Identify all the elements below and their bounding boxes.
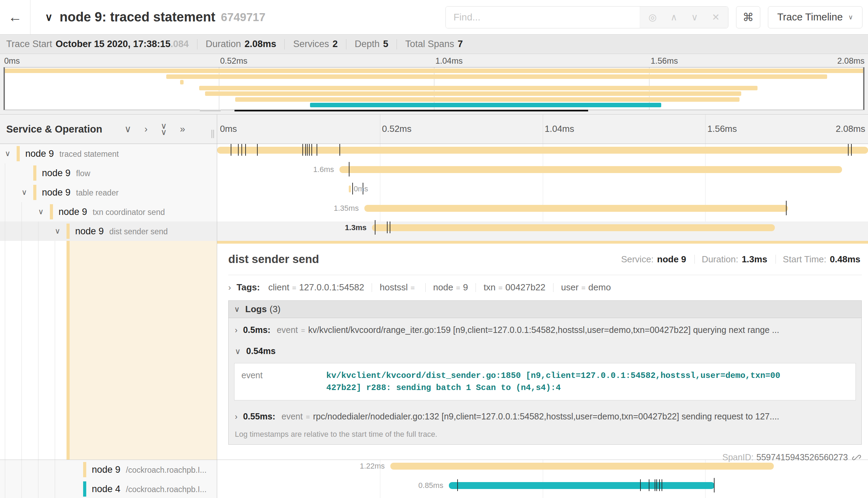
log-entry[interactable]: ∨0.54ms: [229, 339, 861, 360]
span-timeline-cell[interactable]: [217, 144, 868, 163]
summary-value: 2: [333, 39, 338, 49]
meta-label: Start Time:: [783, 254, 826, 265]
minimap-span-bar: [4, 69, 864, 73]
ruler-tick-label: 1.56ms: [707, 124, 737, 134]
tag-equals: =: [410, 284, 415, 292]
chevron-down-icon[interactable]: ∨: [691, 12, 698, 23]
operation-name: /cockroach.roachpb.I...: [126, 465, 207, 474]
log-marker-tick: [238, 144, 239, 156]
span-duration-bar[interactable]: [390, 463, 774, 470]
trace-summary-bar: Trace StartOctober 15 2020, 17:38:15.084…: [0, 35, 868, 54]
span-duration-bar[interactable]: [339, 166, 842, 173]
tree-guide-line: [21, 460, 22, 479]
duration-label: 0.85ms: [418, 482, 443, 489]
span-row[interactable]: ∨node 9txn coordinator send1.35ms: [0, 202, 868, 221]
summary-item: Trace StartOctober 15 2020, 17:38:15.084: [6, 39, 189, 49]
service-name: node 9: [25, 148, 54, 159]
logs-header[interactable]: ∨Logs(3): [229, 301, 861, 318]
log-equals: =: [306, 413, 310, 421]
span-duration-bar[interactable]: [372, 224, 775, 231]
span-timeline-cell[interactable]: 1.35ms: [217, 202, 868, 221]
span-duration-bar[interactable]: [364, 205, 788, 212]
log-marker-tick: [848, 144, 849, 156]
back-arrow-icon: ←: [8, 9, 22, 25]
tree-chevron-icon[interactable]: ∨: [55, 227, 60, 236]
span-row[interactable]: ∨node 9table reader0ms: [0, 183, 868, 202]
trace-title: node 9: traced statement: [60, 10, 215, 25]
tags-row[interactable]: ›Tags:client=127.0.0.1:54582hostssl=node…: [228, 282, 862, 293]
span-timeline-cell[interactable]: 0.85ms: [217, 479, 868, 498]
minimap-view-bar[interactable]: [234, 110, 588, 111]
span-timeline-cell[interactable]: 1.6ms: [217, 163, 868, 183]
tree-chevron-icon[interactable]: ∨: [5, 149, 10, 158]
log-entry[interactable]: ›0.55ms:event=rpc/nodedialer/nodedialer.…: [229, 405, 861, 426]
span-name-cell[interactable]: ∨node 9table reader: [0, 183, 217, 202]
span-row[interactable]: node 9flow1.6ms: [0, 163, 868, 183]
minimap-scrubber-right[interactable]: [863, 67, 864, 110]
timeline-minimap[interactable]: [3, 67, 865, 110]
span-row[interactable]: node 9/cockroach.roachpb.I...1.22ms: [0, 460, 868, 479]
detail-accent-strip: [217, 241, 868, 244]
tree-chevron-icon[interactable]: ∨: [21, 188, 27, 197]
minimap-scrubber-left[interactable]: [4, 67, 5, 110]
ruler-tick-label: 2.08ms: [836, 124, 865, 134]
service-operation-header: Service & Operation ∨ › ∨∨ »: [0, 115, 217, 144]
log-value: kv/kvclient/kvcoord/range_iter.go:159 [n…: [308, 325, 779, 335]
span-timeline-cell[interactable]: 1.22ms: [217, 460, 868, 479]
trace-view-selector[interactable]: Trace Timeline ∨: [768, 6, 862, 28]
span-name-cell[interactable]: node 9flow: [0, 163, 217, 183]
logs-count: (3): [269, 304, 281, 315]
tree-guide-line: [5, 202, 5, 221]
log-expand-icon[interactable]: ›: [235, 412, 238, 422]
log-marker-tick: [311, 144, 312, 156]
log-expand-icon[interactable]: ›: [235, 326, 238, 335]
summary-divider: [197, 39, 197, 49]
span-row[interactable]: ∨node 9dist sender send1.3ms: [0, 221, 868, 241]
span-color-bar: [33, 165, 36, 181]
collapse-one-icon[interactable]: ∨: [124, 125, 131, 134]
log-marker-tick: [339, 144, 340, 156]
span-timeline-cell[interactable]: 1.3ms: [217, 221, 868, 241]
back-button[interactable]: ←: [0, 0, 30, 34]
log-marker-tick: [375, 220, 375, 235]
summary-label: Total Spans: [405, 39, 454, 49]
span-name-cell[interactable]: ∨node 9traced statement: [0, 144, 217, 163]
span-duration-bar[interactable]: [349, 185, 351, 192]
span-duration-bar[interactable]: [449, 482, 715, 489]
tag-item: txn=00427b22: [484, 282, 546, 293]
expand-all-icon[interactable]: »: [180, 125, 185, 134]
span-name-cell[interactable]: node 9/cockroach.roachpb.I...: [0, 460, 217, 479]
column-resize-handle[interactable]: [211, 130, 214, 138]
expand-one-icon[interactable]: ›: [144, 125, 148, 134]
dropdown-chevron-icon: ∨: [848, 13, 853, 21]
duration-label: 1.6ms: [313, 166, 334, 173]
meta-divider: [694, 255, 695, 264]
minimap-tick-label: 1.56ms: [651, 56, 678, 66]
span-row[interactable]: ∨node 9traced statement: [0, 144, 868, 163]
chevron-up-icon[interactable]: ∧: [671, 12, 677, 23]
locate-icon[interactable]: ◎: [648, 12, 657, 23]
log-entry[interactable]: ›0.5ms:event=kv/kvclient/kvcoord/range_i…: [229, 318, 861, 339]
ruler-gridline: [705, 115, 706, 144]
span-name-cell[interactable]: ∨node 9dist sender send: [0, 221, 217, 241]
log-expand-icon[interactable]: ∨: [235, 347, 241, 356]
span-row[interactable]: node 4/cockroach.roachpb.I...0.85ms: [0, 479, 868, 498]
keyboard-shortcuts-button[interactable]: ⌘: [736, 6, 760, 28]
timeline-ruler: 0ms0.52ms1.04ms1.56ms2.08ms: [217, 115, 868, 144]
summary-label: Trace Start: [6, 39, 52, 49]
tag-divider: [553, 283, 553, 292]
span-timeline-cell[interactable]: 0ms: [217, 183, 868, 202]
tree-chevron-icon[interactable]: ∨: [38, 207, 44, 216]
clear-icon[interactable]: ✕: [712, 12, 720, 23]
span-name-cell[interactable]: node 4/cockroach.roachpb.I...: [0, 479, 217, 498]
span-name-cell[interactable]: ∨node 9txn coordinator send: [0, 202, 217, 221]
find-icon-group: ◎∧∨✕: [640, 7, 728, 28]
log-detail-value: kv/kvclient/kvcoord/dist_sender.go:1850 …: [326, 370, 780, 394]
trace-collapse-icon[interactable]: ∨: [45, 11, 53, 23]
collapse-all-icon[interactable]: ∨∨: [161, 122, 167, 136]
tags-expand-icon[interactable]: ›: [228, 283, 231, 292]
span-duration-bar[interactable]: [217, 147, 868, 154]
summary-item: Total Spans7: [405, 39, 463, 49]
find-input[interactable]: [446, 7, 640, 28]
timeline-minimap-section: 0ms0.52ms1.04ms1.56ms2.08ms: [0, 54, 868, 114]
